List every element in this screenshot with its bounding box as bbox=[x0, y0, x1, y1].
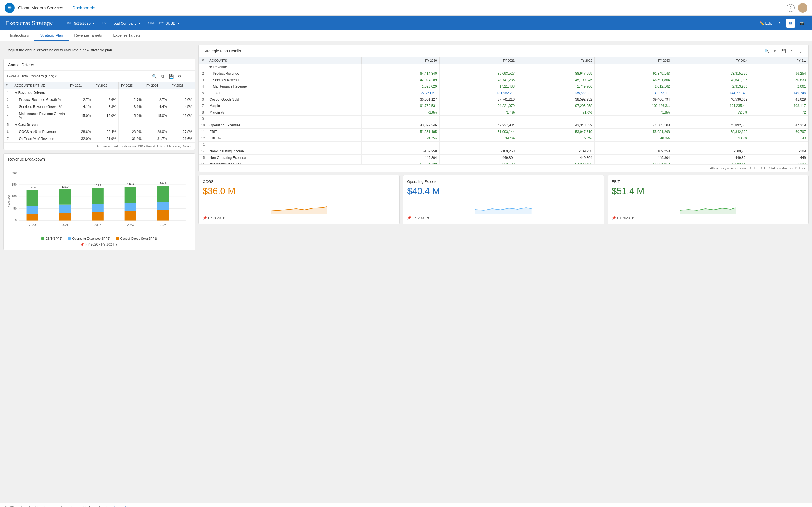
sp-col-fy2021: FY 2021 bbox=[439, 57, 517, 64]
drivers-toolbar: LEVELS Total Company (Only) ▾ 🔍 ⧉ 💾 ↻ ⋮ bbox=[4, 71, 195, 82]
expand-icon[interactable] bbox=[15, 92, 17, 94]
sp-more-icon[interactable]: ⋮ bbox=[797, 48, 804, 54]
left-panel: Adjust the annual drivers below to calcu… bbox=[3, 45, 195, 500]
opex-period-label: FY 2020 bbox=[412, 216, 425, 220]
refresh-table-icon[interactable]: ↻ bbox=[176, 73, 183, 80]
tab-expense-targets[interactable]: Expense Targets bbox=[107, 31, 146, 41]
svg-text:2023: 2023 bbox=[127, 223, 134, 226]
table-row: 6 COGS as % of Revenue 28.6% 28.4% 28.2%… bbox=[4, 128, 195, 135]
dashboards-link[interactable]: Dashboards bbox=[72, 5, 95, 10]
col-header-fy2024: FY 2024 bbox=[144, 82, 169, 89]
metric-cards: COGS $36.0 M 📌 FY 2020 ▼ Operating Expen… bbox=[199, 175, 809, 224]
time-filter[interactable]: TIME 9/23/2020 ▼ bbox=[65, 21, 95, 25]
bar-2023-opex bbox=[124, 203, 137, 211]
camera-button[interactable]: 📷 bbox=[797, 18, 806, 27]
sp-title: Strategic Plan Details bbox=[203, 49, 241, 53]
sp-refresh-icon[interactable]: ↻ bbox=[789, 48, 795, 54]
footer: © 2020 Workday, Inc. All rights reserved… bbox=[0, 503, 812, 507]
svg-text:150: 150 bbox=[11, 183, 17, 186]
cogs-value: $36.0 M bbox=[203, 186, 395, 196]
table-row: 12 EBIT % 40.2% 39.4% 39.7% 40.0% 40.3% … bbox=[199, 135, 808, 142]
sp-col-fy2025: FY 2... bbox=[750, 57, 808, 64]
ebit-sparkline bbox=[612, 200, 804, 214]
expand-icon[interactable] bbox=[209, 66, 212, 68]
cogs-period[interactable]: 📌 FY 2020 ▼ bbox=[203, 216, 395, 220]
refresh-button[interactable]: ↻ bbox=[776, 20, 784, 26]
help-button[interactable]: ? bbox=[786, 4, 795, 12]
time-label: TIME bbox=[65, 21, 72, 25]
bar-2023-cogs bbox=[124, 211, 137, 221]
bar-2022-ebit bbox=[92, 188, 104, 204]
table-row: 4 Maintenance Revenue Growth % 15.0% 15.… bbox=[4, 110, 195, 121]
table-row: 9 bbox=[199, 116, 808, 122]
opex-period[interactable]: 📌 FY 2020 ▼ bbox=[407, 216, 600, 220]
sp-col-num: # bbox=[199, 57, 207, 64]
grid-icon: ⊞ bbox=[789, 21, 792, 25]
legend-ebit-label: EBIT(SPP1) bbox=[46, 237, 63, 240]
sp-search-icon[interactable]: 🔍 bbox=[763, 48, 770, 54]
cogs-sparkline bbox=[203, 200, 395, 214]
col-header-fy2025: FY 2025 bbox=[169, 82, 195, 89]
cogs-period-chevron-icon: ▼ bbox=[222, 216, 225, 220]
currency-filter[interactable]: CURRENCY $USD ▼ bbox=[147, 21, 180, 25]
sp-col-fy2024: FY 2024 bbox=[672, 57, 750, 64]
expand-icon[interactable] bbox=[15, 124, 17, 126]
sp-save-icon[interactable]: 💾 bbox=[780, 48, 787, 54]
tab-instructions[interactable]: Instructions bbox=[4, 31, 35, 41]
table-row: 3 Services Revenue 42,024,289 43,747,285… bbox=[199, 77, 808, 83]
right-panel: Strategic Plan Details 🔍 ⧉ 💾 ↻ ⋮ # ACCOU… bbox=[199, 45, 809, 500]
level-value: Total Company bbox=[112, 21, 137, 25]
search-icon[interactable]: 🔍 bbox=[151, 73, 158, 80]
copyright-text: © 2020 Workday, Inc. All rights reserved… bbox=[4, 506, 101, 507]
page-title: Executive Strategy bbox=[6, 20, 53, 26]
ebit-period[interactable]: 📌 FY 2020 ▼ bbox=[612, 216, 804, 220]
chart-period-chevron-icon: ▼ bbox=[115, 242, 118, 246]
table-row: 10 Operating Expenses 40,399,346 42,227,… bbox=[199, 122, 808, 129]
main-content: Adjust the annual drivers below to calcu… bbox=[0, 41, 812, 503]
chart-period-selector[interactable]: 📌 FY 2020 - FY 2024 ▼ bbox=[7, 242, 192, 246]
strategic-plan-card: Strategic Plan Details 🔍 ⧉ 💾 ↻ ⋮ # ACCOU… bbox=[199, 45, 809, 172]
table-row: 15 Non-Operating Expense -449,804 -449,8… bbox=[199, 155, 808, 161]
bar-2022-opex bbox=[92, 204, 104, 212]
grid-view-button[interactable]: ⊞ bbox=[786, 18, 795, 27]
currency-value: $USD bbox=[166, 21, 175, 25]
levels-chevron-icon: ▾ bbox=[55, 74, 57, 78]
time-value: 9/23/2020 bbox=[74, 21, 91, 25]
avatar[interactable] bbox=[798, 3, 808, 13]
cogs-period-label: FY 2020 bbox=[208, 216, 221, 220]
save-icon[interactable]: 💾 bbox=[168, 73, 174, 80]
edit-button[interactable]: ✏️ Edit bbox=[757, 20, 774, 26]
sp-col-fy2022: FY 2022 bbox=[517, 57, 595, 64]
table-icon-toolbar: 🔍 ⧉ 💾 ↻ ⋮ bbox=[151, 73, 192, 80]
legend-ebit-color bbox=[42, 237, 44, 240]
more-icon[interactable]: ⋮ bbox=[185, 73, 192, 80]
currency-label: CURRENCY bbox=[147, 21, 164, 25]
level-label: LEVEL bbox=[101, 21, 110, 25]
tab-strategic-plan[interactable]: Strategic Plan bbox=[35, 31, 68, 41]
svg-text:2022: 2022 bbox=[94, 223, 101, 226]
svg-point-0 bbox=[801, 5, 804, 8]
chart-legend: EBIT(SPP1) Operating Expenses(SPP1) Cost… bbox=[7, 235, 192, 241]
legend-cogs-label: Cost of Goods Sold(SPP1) bbox=[120, 237, 157, 240]
svg-text:140.0: 140.0 bbox=[127, 182, 134, 186]
legend-cogs: Cost of Goods Sold(SPP1) bbox=[116, 237, 157, 240]
levels-value[interactable]: Total Company (Only) bbox=[21, 74, 54, 78]
opex-title: Operating Expens... bbox=[407, 179, 600, 184]
table-row: 5 Cost Drivers bbox=[4, 121, 195, 128]
table-row: 7 OpEx as % of Revenue 32.0% 31.9% 31.8%… bbox=[4, 135, 195, 143]
header-divider bbox=[69, 5, 69, 11]
bar-2020-opex bbox=[27, 206, 38, 214]
svg-text:0: 0 bbox=[15, 219, 17, 222]
legend-opex-label: Operating Expenses(SPP1) bbox=[72, 237, 110, 240]
privacy-policy-link[interactable]: Privacy Policy bbox=[113, 506, 132, 507]
page-toolbar: Executive Strategy TIME 9/23/2020 ▼ LEVE… bbox=[0, 16, 812, 31]
levels-label: LEVELS bbox=[7, 75, 19, 78]
legend-opex-color bbox=[68, 237, 71, 240]
copy-icon[interactable]: ⧉ bbox=[159, 73, 166, 80]
bar-2020-ebit bbox=[27, 190, 38, 206]
svg-text:132.0: 132.0 bbox=[62, 185, 68, 188]
table-row: 7 Margin 91,760,531 94,221,079 97,295,95… bbox=[199, 103, 808, 109]
tab-revenue-targets[interactable]: Revenue Targets bbox=[68, 31, 107, 41]
level-filter[interactable]: LEVEL Total Company ▼ bbox=[101, 21, 141, 25]
sp-copy-icon[interactable]: ⧉ bbox=[772, 48, 778, 54]
